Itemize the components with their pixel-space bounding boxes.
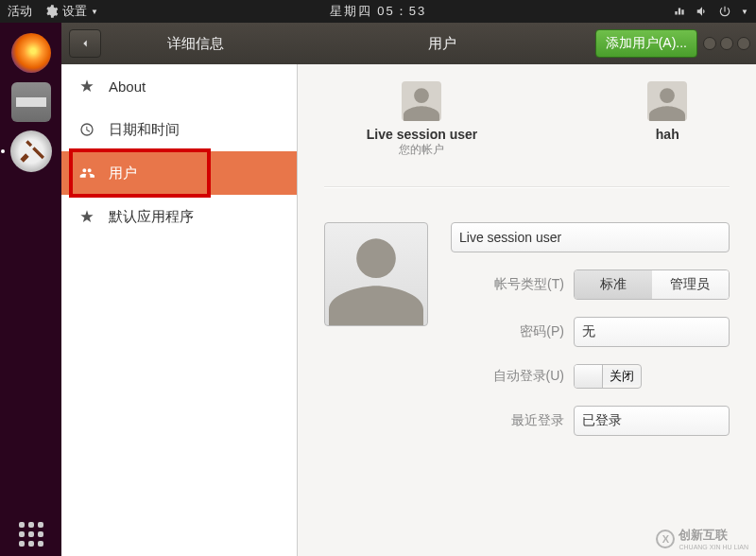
watermark-logo: X [656,530,675,548]
main-panel: Live session user 您的帐户 hah Live session … [298,64,756,556]
window-minimize-button[interactable] [703,37,716,50]
settings-tools-icon [10,130,52,172]
app-indicator[interactable]: 设置 ▼ [43,3,98,20]
password-field[interactable]: 无 [574,317,730,347]
watermark-sub: CHUANG XIN HU LIAN [679,544,748,550]
sidebar-item-label: 用户 [109,165,137,182]
firefox-icon [11,33,51,73]
window-maximize-button[interactable] [720,37,733,50]
add-user-button[interactable]: 添加用户(A)... [595,29,697,58]
activities-label[interactable]: 活动 [8,3,32,20]
account-type-standard[interactable]: 标准 [575,270,652,299]
settings-window: 详细信息 用户 添加用户(A)... About 日期和时间 用户 [61,23,756,556]
user-name: Live session user [367,127,478,142]
user-name: hah [647,127,687,142]
power-icon[interactable] [718,5,731,18]
show-applications-button[interactable] [19,522,43,547]
window-close-button[interactable] [737,37,750,50]
system-top-bar: 活动 设置 ▼ 星期四 05：53 ▼ [0,0,756,23]
dock-item-settings[interactable] [9,129,54,174]
watermark: X 创新互联 CHUANG XIN HU LIAN [656,527,748,550]
divider [324,186,730,188]
lastlogin-field: 已登录 [574,406,730,436]
dock [0,23,61,556]
chevron-down-icon: ▼ [91,8,98,16]
volume-icon[interactable] [696,5,709,18]
user-subtitle: 您的帐户 [367,142,478,158]
settings-sidebar: About 日期和时间 用户 默认应用程序 [61,64,298,556]
network-icon[interactable] [673,5,686,18]
dock-item-files[interactable] [9,79,54,125]
sidebar-item-datetime[interactable]: 日期和时间 [61,108,297,151]
window-headerbar: 详细信息 用户 添加用户(A)... [61,23,756,64]
user-card-current[interactable]: Live session user 您的帐户 [367,81,478,158]
avatar [647,81,687,121]
switch-knob [575,365,603,388]
sidebar-item-label: About [109,78,146,95]
sidebar-item-default-apps[interactable]: 默认应用程序 [61,195,297,238]
sidebar-item-about[interactable]: About [61,64,297,108]
sidebar-item-users[interactable]: 用户 [61,151,297,195]
avatar-large[interactable] [324,222,428,326]
account-type-label: 帐号类型(T) [451,276,564,293]
username-field[interactable]: Live session user [451,222,730,252]
chevron-left-icon [78,37,92,50]
chevron-down-icon: ▼ [741,8,748,16]
lastlogin-label: 最近登录 [451,412,564,429]
main-header-title: 用户 [290,35,595,53]
current-app-name: 设置 [62,3,87,20]
files-icon [11,82,51,122]
sidebar-item-label: 日期和时间 [109,121,180,139]
star-icon [79,209,94,224]
avatar [402,81,441,121]
star-icon [79,78,94,94]
back-button[interactable] [69,29,101,58]
sidebar-header-title: 详细信息 [101,35,290,53]
users-icon [79,165,94,181]
gear-icon [43,4,59,19]
user-card-other[interactable]: hah [647,81,687,158]
password-label: 密码(P) [451,323,564,340]
sidebar-item-label: 默认应用程序 [109,208,194,226]
switch-state-label: 关闭 [603,368,641,385]
watermark-brand: 创新互联 [679,527,748,544]
clock[interactable]: 星期四 05：53 [330,3,427,20]
account-type-admin[interactable]: 管理员 [652,270,730,299]
dock-item-firefox[interactable] [9,30,54,76]
autologin-switch[interactable]: 关闭 [574,364,642,389]
clock-icon [79,122,94,137]
autologin-label: 自动登录(U) [451,368,564,385]
account-type-toggle[interactable]: 标准 管理员 [574,269,730,300]
